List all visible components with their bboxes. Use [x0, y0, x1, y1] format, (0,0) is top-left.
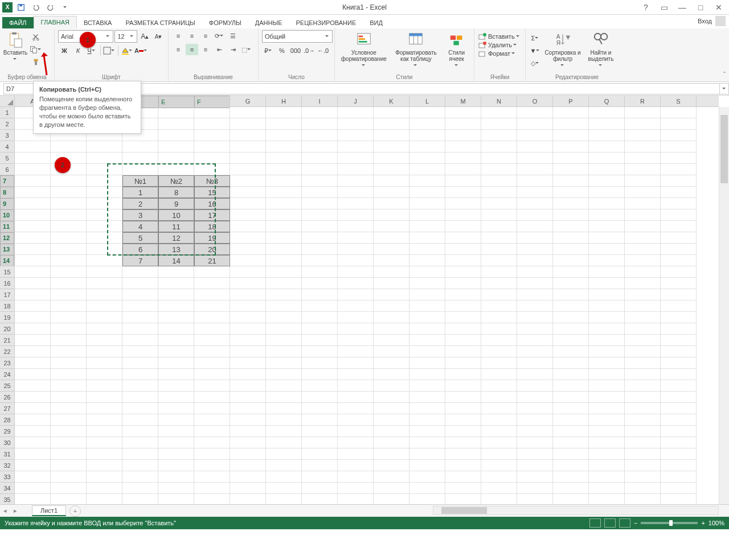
signin[interactable]: Вход: [698, 16, 726, 26]
minimize-icon[interactable]: —: [675, 1, 689, 14]
bold-button[interactable]: Ж: [58, 45, 71, 56]
status-bar: Укажите ячейку и нажмите ВВОД или выбери…: [0, 517, 729, 529]
indent-increase-icon[interactable]: ⇥: [227, 44, 239, 55]
tab-review[interactable]: РЕЦЕНЗИРОВАНИЕ: [289, 17, 363, 28]
view-normal-icon[interactable]: [589, 518, 601, 528]
zoom-in-icon[interactable]: +: [701, 520, 705, 526]
cells-group-label: Ячейки: [478, 74, 522, 81]
save-icon[interactable]: [15, 1, 27, 14]
sort-filter-button[interactable]: AЯСортировка и фильтр: [544, 30, 581, 74]
copy-button[interactable]: [30, 44, 42, 55]
zoom-slider[interactable]: [641, 522, 698, 524]
maximize-icon[interactable]: □: [694, 1, 707, 14]
view-pagebreak-icon[interactable]: [619, 518, 630, 528]
tab-formulas[interactable]: ФОРМУЛЫ: [202, 17, 248, 28]
align-top-icon[interactable]: ≡: [172, 30, 185, 42]
cells-area[interactable]: №1№2№3181529163101741118512196132071421: [15, 107, 719, 504]
add-sheet-button[interactable]: +: [69, 505, 81, 517]
borders-button[interactable]: [103, 45, 116, 56]
format-painter-button[interactable]: [30, 56, 42, 68]
insert-cells-button[interactable]: Вставить: [478, 32, 522, 40]
help-icon[interactable]: ?: [639, 1, 653, 14]
tab-home[interactable]: ГЛАВНАЯ: [34, 16, 77, 28]
percent-format-icon[interactable]: %: [276, 45, 288, 56]
svg-point-31: [595, 34, 601, 40]
indent-decrease-icon[interactable]: ⇤: [213, 44, 226, 55]
svg-rect-11: [104, 47, 110, 54]
font-color-button[interactable]: A: [134, 45, 147, 56]
tab-file[interactable]: ФАЙЛ: [2, 17, 34, 28]
paste-button[interactable]: Вставить: [3, 30, 27, 74]
increase-font-icon[interactable]: A▴: [138, 31, 151, 42]
ribbon-display-icon[interactable]: ▭: [657, 1, 671, 14]
cell-styles-button[interactable]: Стили ячеек: [443, 30, 470, 74]
cell-styles-icon: [448, 31, 465, 48]
ribbon: Вставить Буфер обмена Arial 12 A▴ A▾ Ж К…: [0, 28, 729, 82]
svg-point-32: [601, 34, 607, 40]
styles-group-label: Стили: [338, 74, 470, 81]
align-right-icon[interactable]: ≡: [199, 44, 212, 55]
find-select-button[interactable]: Найти и выделить: [584, 30, 618, 74]
decrease-decimal-icon[interactable]: ←.0: [317, 45, 329, 56]
formula-expand[interactable]: [720, 83, 729, 94]
tab-data[interactable]: ДАННЫЕ: [248, 17, 289, 28]
sheet-nav-next[interactable]: ▸: [10, 506, 21, 516]
collapse-ribbon-icon[interactable]: ˆ: [723, 71, 726, 79]
paste-label: Вставить: [3, 50, 27, 56]
svg-line-33: [599, 39, 602, 44]
format-cells-button[interactable]: Формат: [478, 50, 522, 57]
row-headers[interactable]: 1234567891011121314151617181920212223242…: [0, 107, 15, 504]
horizontal-scrollbar[interactable]: [433, 506, 719, 515]
clear-icon[interactable]: ◇: [529, 57, 542, 69]
format-table-button[interactable]: Форматировать как таблицу: [392, 30, 441, 74]
svg-rect-1: [19, 4, 22, 6]
merge-button[interactable]: ⬚: [240, 44, 253, 55]
wrap-text-icon[interactable]: ☰: [227, 30, 239, 42]
worksheet-grid[interactable]: ABCDEFGHIJKLMNOPQRS 12345678910111213141…: [0, 96, 729, 504]
fill-color-button[interactable]: [121, 45, 133, 56]
undo-icon[interactable]: [30, 1, 42, 14]
svg-rect-22: [457, 36, 462, 40]
formula-input[interactable]: №1: [62, 83, 720, 94]
close-icon[interactable]: ✕: [712, 1, 726, 14]
accounting-format-icon[interactable]: ₽: [262, 45, 275, 56]
svg-point-25: [483, 33, 486, 36]
decrease-font-icon[interactable]: A▾: [152, 31, 165, 42]
sheet-tab[interactable]: Лист1: [32, 505, 66, 516]
svg-rect-15: [358, 38, 364, 40]
svg-rect-8: [32, 48, 36, 53]
delete-cells-button[interactable]: Удалить: [478, 41, 522, 49]
zoom-out-icon[interactable]: −: [634, 520, 637, 526]
fill-icon[interactable]: ▼: [529, 45, 542, 56]
align-center-icon[interactable]: ≡: [186, 44, 198, 55]
zoom-level[interactable]: 100%: [708, 520, 724, 526]
callout-2: 2: [55, 157, 71, 173]
tab-view[interactable]: ВИД: [363, 17, 390, 28]
comma-format-icon[interactable]: 000: [289, 45, 302, 56]
number-format-select[interactable]: Общий: [262, 30, 333, 43]
font-size-select[interactable]: 12: [114, 30, 137, 43]
qat-customize-icon[interactable]: [59, 1, 72, 14]
sheet-nav-prev[interactable]: ◂: [0, 506, 10, 516]
increase-decimal-icon[interactable]: .0→: [303, 45, 316, 56]
view-layout-icon[interactable]: [604, 518, 616, 528]
svg-text:Я: Я: [556, 40, 560, 46]
svg-rect-10: [35, 61, 37, 65]
italic-button[interactable]: К: [72, 45, 84, 56]
align-middle-icon[interactable]: ≡: [186, 30, 198, 42]
conditional-format-button[interactable]: Условное форматирование: [338, 30, 390, 74]
vertical-scrollbar[interactable]: [719, 107, 729, 504]
avatar-icon: [715, 16, 726, 26]
svg-rect-18: [409, 34, 423, 36]
tab-page-layout[interactable]: РАЗМЕТКА СТРАНИЦЫ: [118, 17, 202, 28]
svg-rect-4: [14, 39, 22, 47]
orientation-icon[interactable]: ⟳: [213, 30, 226, 42]
tab-insert[interactable]: ВСТАВКА: [77, 17, 118, 28]
redo-icon[interactable]: [44, 1, 57, 14]
align-bottom-icon[interactable]: ≡: [199, 30, 212, 42]
autosum-icon[interactable]: Σ: [529, 32, 542, 44]
name-box[interactable]: D7: [3, 83, 38, 94]
select-all-corner[interactable]: [0, 96, 15, 107]
align-left-icon[interactable]: ≡: [172, 44, 185, 55]
cut-button[interactable]: [30, 31, 42, 43]
